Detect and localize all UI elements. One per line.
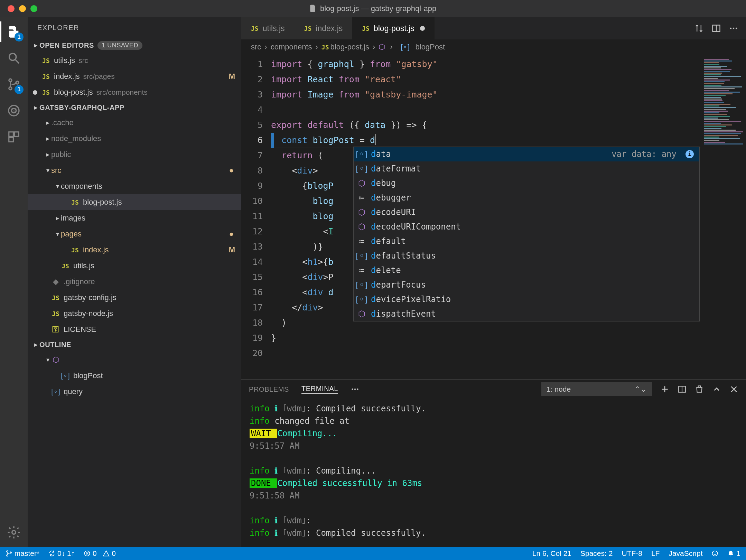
terminal-line: DONE Compiled successfully in 63ms — [250, 477, 738, 489]
code-line[interactable]: import React from "react" — [271, 72, 701, 87]
code-line[interactable] — [271, 102, 701, 118]
tree-item[interactable]: ◆.gitignore — [28, 274, 241, 290]
outline-item[interactable]: ［◦］query — [28, 384, 241, 400]
maximize-panel-icon[interactable] — [712, 385, 721, 394]
minimap[interactable] — [701, 55, 746, 379]
language-status[interactable]: JavaScript — [669, 549, 702, 558]
terminal-selector[interactable]: 1: node ⌃⌄ — [541, 382, 652, 396]
outline-label: query — [64, 387, 83, 396]
tree-item[interactable]: JSindex.jsM — [28, 242, 241, 258]
chevron-right-icon: ▸ — [44, 135, 51, 142]
tree-item[interactable]: ▸images — [28, 210, 241, 226]
code-line[interactable]: import { graphql } from "gatsby" — [271, 57, 701, 72]
git-branch[interactable]: master* — [6, 549, 39, 558]
open-editors-header[interactable]: ▸ OPEN EDITORS 1 UNSAVED — [28, 38, 241, 53]
svg-point-18 — [357, 389, 358, 390]
tree-item[interactable]: JSgatsby-node.js — [28, 306, 241, 321]
svg-point-22 — [7, 555, 8, 556]
window-title: blog-post.js — gatsby-graphql-app — [0, 4, 746, 13]
open-editor-item[interactable]: JS utils.js src — [28, 53, 241, 68]
kill-terminal-icon[interactable] — [695, 385, 704, 394]
line-number: 8 — [241, 163, 263, 178]
breadcrumb-item[interactable]: JSblog-post.js — [321, 43, 369, 52]
extensions-activity[interactable] — [6, 129, 22, 145]
suggest-item[interactable]: ⬡dispatchEvent — [354, 307, 699, 321]
code-line[interactable]: import Image from "gatsby-image" — [271, 87, 701, 102]
close-panel-icon[interactable] — [729, 385, 738, 394]
function-icon: ⬡ — [53, 355, 59, 364]
tree-item[interactable]: ▾src● — [28, 162, 241, 178]
outline-item[interactable]: ▾⬡ — [28, 352, 241, 368]
tree-item[interactable]: JSutils.js — [28, 258, 241, 274]
tree-item[interactable]: ▾pages● — [28, 226, 241, 242]
suggest-item[interactable]: ⬡decodeURIComponent — [354, 220, 699, 234]
split-editor-icon[interactable] — [711, 24, 721, 33]
terminal-tab[interactable]: TERMINAL — [301, 385, 338, 394]
more-actions-icon[interactable] — [729, 24, 738, 33]
editor-tab[interactable]: JS blog-post.js — [352, 17, 434, 39]
editor-tab[interactable]: JS index.js — [295, 17, 353, 39]
open-editor-item[interactable]: JS blog-post.js src/components — [28, 84, 241, 100]
workspace-header[interactable]: ▸ GATSBY-GRAPHQL-APP — [28, 100, 241, 115]
debug-activity[interactable] — [6, 102, 22, 119]
breadcrumb-item[interactable]: components — [271, 43, 312, 52]
encoding-status[interactable]: UTF-8 — [622, 549, 642, 558]
editor-tab[interactable]: JS utils.js — [241, 17, 295, 39]
suggest-item[interactable]: ［◦］dateFormat — [354, 161, 699, 176]
suggest-item[interactable]: ［◦］defaultStatus — [354, 249, 699, 263]
problems-status[interactable]: 0 0 — [84, 549, 116, 558]
code-line[interactable]: export default ({ data }) => { — [271, 118, 701, 133]
code-line[interactable] — [271, 346, 701, 361]
terminal-output[interactable]: info ℹ ｢wdm｣: Compiled successfully.info… — [241, 399, 746, 547]
tree-item[interactable]: JSgatsby-config.js — [28, 290, 241, 306]
tree-item-label: utils.js — [73, 261, 94, 270]
tree-item[interactable]: ⚿LICENSE — [28, 321, 241, 337]
split-terminal-icon[interactable] — [678, 385, 687, 394]
eol-status[interactable]: LF — [651, 549, 660, 558]
search-activity[interactable] — [6, 50, 22, 66]
open-editor-item[interactable]: JS index.js src/pages M — [28, 68, 241, 84]
tree-item[interactable]: ▸public — [28, 147, 241, 162]
suggest-item[interactable]: ≔default — [354, 234, 699, 249]
variable-icon: ［◦］ — [357, 295, 366, 304]
compare-changes-icon[interactable] — [694, 24, 704, 33]
indent-status[interactable]: Spaces: 2 — [580, 549, 613, 558]
suggest-widget[interactable]: ［◦］datavar data: anyi ［◦］dateFormat ⬡deb… — [353, 147, 700, 321]
suggest-item[interactable]: ［◦］departFocus — [354, 278, 699, 292]
suggest-item[interactable]: ≔delete — [354, 263, 699, 278]
tree-item[interactable]: ▸.cache — [28, 115, 241, 131]
breadcrumb-item[interactable]: ⬡ — [379, 43, 386, 52]
suggest-text: debugger — [371, 190, 411, 205]
terminal-line — [250, 452, 738, 465]
feedback-icon[interactable] — [711, 549, 718, 558]
outline-header[interactable]: ▸ OUTLINE — [28, 337, 241, 352]
explorer-activity[interactable]: 1 — [6, 24, 22, 40]
notifications-status[interactable]: 1 — [727, 549, 740, 558]
suggest-item[interactable]: ≔debugger — [354, 190, 699, 205]
tree-item[interactable]: ▾components — [28, 178, 241, 194]
outline-item[interactable]: ［◦］blogPost — [28, 368, 241, 384]
settings-activity[interactable] — [6, 524, 22, 541]
suggest-item[interactable]: ［◦］datavar data: anyi — [354, 147, 699, 161]
breadcrumb-item[interactable]: ［◦］blogPost — [396, 42, 445, 52]
breadcrumbs[interactable]: src›components›JSblog-post.js›⬡›［◦］blogP… — [241, 39, 746, 55]
cursor-position[interactable]: Ln 6, Col 21 — [532, 549, 571, 558]
code-editor[interactable]: 1234567891011121314151617181920 ［◦］datav… — [241, 55, 746, 379]
scm-activity[interactable]: 1 — [6, 76, 22, 93]
suggest-item[interactable]: ⬡decodeURI — [354, 205, 699, 220]
line-number: 4 — [241, 102, 263, 118]
code-lines[interactable]: ［◦］datavar data: anyi ［◦］dateFormat ⬡deb… — [271, 55, 701, 379]
svg-point-27 — [716, 553, 716, 553]
sync-status[interactable]: 0↓ 1↑ — [48, 549, 75, 558]
info-icon[interactable]: i — [686, 150, 694, 158]
tree-item[interactable]: ▸node_modules — [28, 131, 241, 147]
suggest-item[interactable]: ［◦］devicePixelRatio — [354, 292, 699, 307]
new-terminal-icon[interactable] — [660, 385, 669, 394]
problems-tab[interactable]: PROBLEMS — [249, 385, 289, 393]
more-panels-icon[interactable] — [351, 385, 360, 394]
suggest-item[interactable]: ⬡debug — [354, 176, 699, 190]
breadcrumb-item[interactable]: src — [251, 43, 261, 52]
svg-line-1 — [16, 60, 19, 63]
code-line[interactable]: } — [271, 330, 701, 346]
tree-item[interactable]: JSblog-post.js — [28, 194, 241, 210]
